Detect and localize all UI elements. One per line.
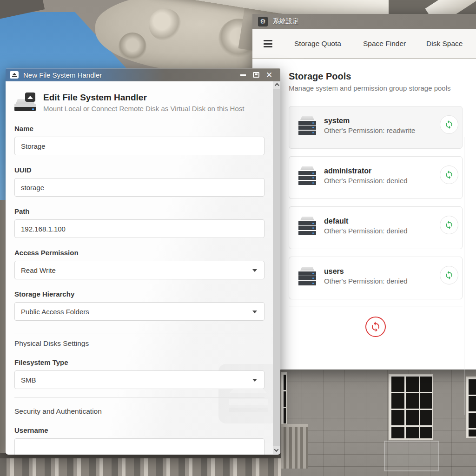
page-title: Storage Pools — [289, 71, 476, 82]
chevron-up-icon — [275, 83, 279, 88]
scroll-down-button[interactable] — [273, 446, 280, 454]
refresh-pool-button[interactable] — [440, 266, 458, 284]
name-label: Name — [14, 125, 264, 132]
filesystem-type-value: SMB — [21, 376, 36, 384]
refresh-pool-button[interactable] — [440, 115, 458, 134]
access-permission-label: Access Permission — [14, 249, 264, 257]
capital-ornament — [149, 8, 181, 41]
pool-text: users Other's Permission: denied — [324, 267, 408, 285]
maximize-icon — [253, 72, 259, 78]
server-icon — [298, 166, 316, 185]
server-icon — [298, 116, 316, 135]
access-permission-value: Read Write — [21, 266, 56, 274]
pool-card-users[interactable]: users Other's Permission: denied — [289, 257, 463, 299]
filesystem-type-select[interactable]: SMB — [14, 370, 264, 389]
settings-titlebar[interactable]: ⚙ 系統設定 — [252, 14, 476, 29]
sync-icon — [444, 170, 454, 179]
pool-name: administrator — [324, 167, 408, 175]
sync-icon — [444, 220, 454, 230]
refresh-all-button[interactable] — [365, 317, 386, 337]
maximize-button[interactable] — [250, 70, 263, 80]
menu-icon[interactable] — [264, 40, 272, 47]
form-header: Edit File System Handler Mount Local or … — [14, 93, 264, 114]
server-icon — [298, 217, 316, 235]
filesystem-type-label: Filesystem Type — [14, 358, 264, 366]
gear-icon: ⚙ — [258, 17, 268, 26]
dialog-body: Edit File System Handler Mount Local or … — [6, 81, 280, 455]
refresh-pool-button[interactable] — [440, 165, 458, 184]
caret-down-icon — [252, 311, 257, 313]
pool-card-system[interactable]: system Other's Permission: readwrite — [289, 106, 463, 149]
physical-disks-section-heading: Physical Disks Settings — [14, 339, 264, 348]
settings-content: Storage Pools Manage system and permissi… — [252, 59, 476, 370]
screen: ⚙ 系統設定 Storage Quota Space Finder Disk S… — [0, 0, 476, 476]
capital-ornament — [119, 33, 146, 60]
server-icon — [298, 267, 316, 285]
form-title: Edit File System Handler — [43, 93, 244, 103]
tab-space-finder[interactable]: Space Finder — [363, 40, 406, 48]
refresh-all-wrap — [289, 317, 463, 337]
tab-disk-space[interactable]: Disk Space — [426, 40, 463, 48]
username-label: Username — [14, 426, 264, 434]
pool-card-administrator[interactable]: administrator Other's Permission: denied — [289, 156, 463, 199]
pool-name: users — [324, 267, 408, 276]
name-input[interactable] — [14, 137, 264, 155]
list-divider — [289, 306, 463, 306]
balustrade — [281, 424, 308, 469]
stone-wall — [281, 366, 476, 476]
wall-window — [466, 377, 476, 438]
settings-window-title: 系統設定 — [273, 17, 299, 26]
storage-hierarchy-value: Public Access Folders — [21, 308, 89, 316]
uuid-label: UUID — [14, 166, 264, 174]
pool-name: system — [324, 117, 415, 125]
pool-permission: Other's Permission: denied — [324, 227, 408, 235]
settings-tabbar: Storage Quota Space Finder Disk Space — [252, 29, 476, 59]
relief-panel — [384, 441, 439, 471]
caret-down-icon — [252, 269, 257, 272]
path-input[interactable] — [14, 219, 264, 238]
security-section-heading: Security and Authentication — [14, 407, 264, 416]
dialog-scrollbar[interactable] — [273, 81, 280, 454]
minimize-icon — [240, 74, 246, 76]
page-subtitle: Manage system and permission group stora… — [289, 84, 476, 92]
uuid-input[interactable] — [14, 178, 264, 197]
content-divider — [464, 137, 464, 415]
file-system-handler-dialog: New File System Handler ✕ Edit File Syst… — [6, 68, 280, 455]
wall-window — [389, 374, 433, 440]
dialog-content: Edit File System Handler Mount Local or … — [6, 81, 273, 455]
username-input[interactable] — [14, 438, 264, 455]
pool-card-default[interactable]: default Other's Permission: denied — [289, 206, 463, 249]
chevron-down-icon — [274, 447, 279, 452]
refresh-pool-button[interactable] — [440, 216, 458, 234]
path-label: Path — [14, 207, 264, 215]
storage-hierarchy-label: Storage Hierarchy — [14, 290, 264, 298]
settings-window: ⚙ 系統設定 Storage Quota Space Finder Disk S… — [252, 14, 476, 370]
sync-icon — [444, 120, 454, 129]
caret-down-icon — [252, 379, 257, 382]
disk-drive-icon — [14, 93, 37, 114]
pool-permission: Other's Permission: denied — [324, 177, 408, 185]
pool-name: default — [324, 217, 408, 225]
wall-window — [281, 372, 287, 426]
close-button[interactable]: ✕ — [263, 70, 276, 80]
minimize-button[interactable] — [237, 70, 250, 80]
form-subtitle: Mount Local or Connect Remote Disk as Vi… — [43, 105, 244, 112]
tab-storage-quota[interactable]: Storage Quota — [294, 40, 341, 48]
scroll-up-button[interactable] — [273, 81, 280, 89]
fluted-columns — [0, 453, 285, 476]
section-divider — [14, 333, 264, 333]
pool-permission: Other's Permission: readwrite — [324, 126, 415, 134]
storage-hierarchy-select[interactable]: Public Access Folders — [14, 302, 264, 321]
sync-icon — [444, 271, 454, 280]
access-permission-select[interactable]: Read Write — [14, 261, 264, 279]
dialog-title: New File System Handler — [23, 71, 237, 79]
section-divider — [14, 397, 264, 398]
sync-icon — [370, 321, 381, 332]
pool-text: administrator Other's Permission: denied — [324, 167, 408, 185]
pool-text: default Other's Permission: denied — [324, 217, 408, 235]
close-icon: ✕ — [266, 71, 272, 79]
pool-list: system Other's Permission: readwrite adm… — [289, 106, 463, 299]
pool-permission: Other's Permission: denied — [324, 277, 408, 285]
dialog-titlebar[interactable]: New File System Handler ✕ — [6, 68, 280, 81]
eject-icon — [10, 71, 19, 79]
